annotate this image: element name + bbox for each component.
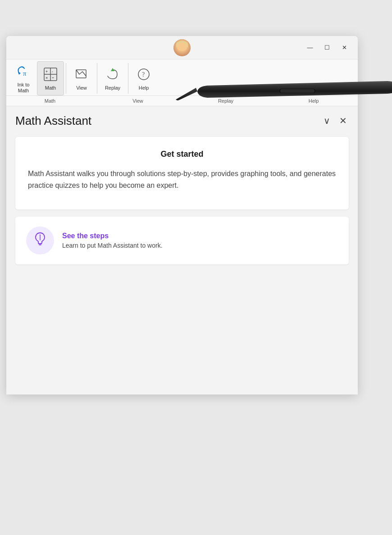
help-button[interactable]: ? Help — [130, 61, 157, 95]
help-group-label: Help — [270, 97, 358, 105]
math-icon: + - × ÷ — [42, 67, 59, 83]
replay-group-label: Replay — [182, 97, 270, 105]
ribbon-divider-2 — [97, 63, 97, 94]
svg-marker-0 — [18, 72, 21, 75]
close-button[interactable]: ✕ — [336, 41, 352, 54]
math-button-label: Math — [45, 85, 56, 91]
help-button-label: Help — [139, 85, 149, 91]
panel-close-button[interactable]: ✕ — [337, 113, 349, 128]
svg-point-16 — [40, 235, 41, 236]
math-group-label: Math — [6, 97, 94, 105]
svg-text:-: - — [52, 69, 53, 74]
replay-button-label: Replay — [105, 85, 120, 91]
minimize-button[interactable]: — — [302, 41, 318, 54]
ribbon-divider-3 — [128, 63, 128, 94]
replay-button[interactable]: Replay — [99, 61, 126, 95]
ribbon-divider-1 — [66, 63, 66, 94]
ribbon-group-labels: Math View Replay Help — [6, 95, 358, 106]
get-started-body: Math Assistant walks you through solutio… — [28, 168, 336, 191]
replay-icon — [105, 67, 121, 83]
view-icon — [73, 67, 90, 83]
window-controls: — ☐ ✕ — [302, 41, 352, 54]
svg-text:+: + — [46, 69, 48, 74]
see-steps-title: See the steps — [62, 232, 163, 240]
view-button[interactable]: View — [68, 61, 95, 95]
panel-header: Math Assistant ∨ ✕ — [15, 113, 349, 128]
app-window: — ☐ ✕ π In — [6, 36, 358, 394]
see-steps-card[interactable]: See the steps Learn to put Math Assistan… — [15, 217, 349, 264]
ink-to-math-icon: π — [15, 64, 32, 80]
get-started-heading: Get started — [28, 150, 336, 159]
view-button-label: View — [76, 85, 87, 91]
svg-text:π: π — [23, 70, 26, 77]
ink-to-math-label: Ink toMath — [18, 82, 30, 94]
avatar[interactable] — [173, 39, 191, 56]
see-steps-content: See the steps Learn to put Math Assistan… — [62, 232, 163, 249]
maximize-button[interactable]: ☐ — [319, 41, 335, 54]
svg-text:?: ? — [142, 71, 145, 78]
collapse-ribbon-button[interactable]: ∧ — [344, 83, 354, 93]
panel-header-controls: ∨ ✕ — [322, 113, 349, 128]
panel-title: Math Assistant — [15, 114, 91, 128]
lightbulb-icon — [34, 231, 46, 249]
title-bar: — ☐ ✕ — [6, 36, 358, 59]
get-started-card: Get started Math Assistant walks you thr… — [15, 137, 349, 209]
ribbon-content: π Ink toMath + - × — [6, 59, 161, 95]
panel-collapse-button[interactable]: ∨ — [322, 113, 332, 128]
math-assistant-panel: Math Assistant ∨ ✕ Get started Math Assi… — [6, 106, 358, 394]
lightbulb-circle — [26, 227, 54, 254]
svg-text:×: × — [46, 76, 48, 80]
svg-text:÷: ÷ — [52, 76, 54, 80]
avatar-image — [173, 39, 191, 56]
ink-to-math-button[interactable]: π Ink toMath — [10, 61, 37, 95]
help-icon: ? — [136, 67, 152, 83]
view-group-label: View — [94, 97, 182, 105]
ribbon-row: π Ink toMath + - × — [6, 59, 358, 95]
math-button[interactable]: + - × ÷ Math — [37, 61, 64, 95]
ribbon: π Ink toMath + - × — [6, 59, 358, 106]
see-steps-subtitle: Learn to put Math Assistant to work. — [62, 242, 163, 249]
